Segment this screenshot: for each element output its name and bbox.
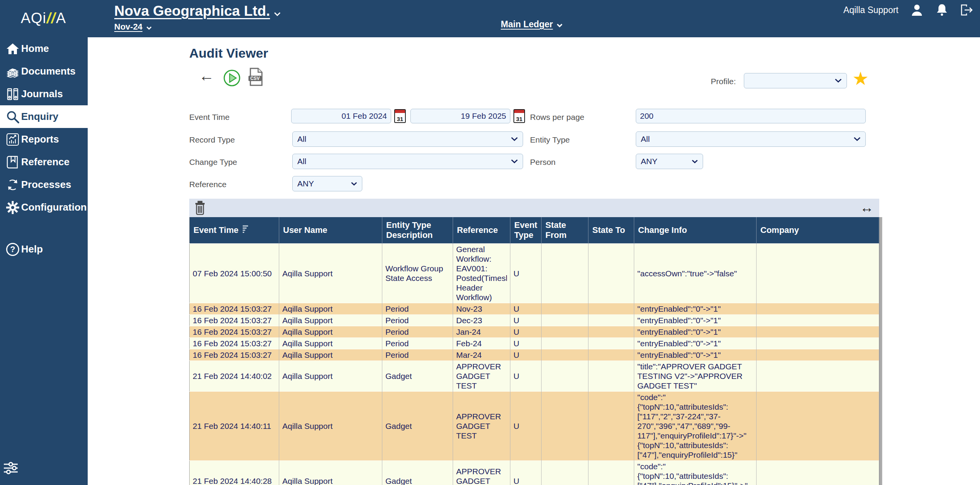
person-label: Person <box>530 158 556 167</box>
sidebar-item-reference[interactable]: Reference <box>0 151 88 173</box>
cell-reference: Jan-24 <box>453 326 510 338</box>
company-name: Nova Geographica Ltd. <box>114 3 270 19</box>
column-label: Entity Type Description <box>386 220 433 240</box>
calendar-body: 31 <box>394 109 406 123</box>
chevron-down-icon <box>511 159 523 164</box>
cell-user-name: Aqilla Support <box>279 461 382 485</box>
filter-sliders-icon[interactable] <box>3 460 20 477</box>
sidebar-item-home[interactable]: Home <box>0 37 88 60</box>
cell-state-to <box>588 244 634 303</box>
cell-event-time: 16 Feb 2024 15:03:27 <box>190 315 279 326</box>
cell-state-from <box>542 461 588 485</box>
sidebar-item-enquiry[interactable]: Enquiry <box>0 105 88 128</box>
cell-change-info: "entryEnabled":"0"->"1" <box>634 326 757 338</box>
calendar-icon[interactable]: 31 <box>513 109 525 123</box>
column-header-user-name[interactable]: User Name <box>279 217 382 244</box>
event-time-to-input[interactable] <box>410 109 510 123</box>
calendar-day: 31 <box>514 116 524 122</box>
column-label: Event Type <box>514 220 537 240</box>
person-select[interactable]: ANY <box>636 154 703 169</box>
company-selector[interactable]: Nova Geographica Ltd. <box>114 3 281 20</box>
cell-reference: Nov-23 <box>453 303 510 315</box>
sidebar-item-label: Reference <box>21 156 70 168</box>
vertical-scrollbar[interactable] <box>879 217 882 485</box>
table-row[interactable]: 21 Feb 2024 14:40:11 Aqilla Support Gadg… <box>190 392 879 461</box>
record-type-select[interactable]: All <box>292 131 523 147</box>
column-header-event-time[interactable]: Event Time <box>190 217 279 244</box>
cell-state-from <box>542 392 588 461</box>
reference-select[interactable]: ANY <box>292 176 362 191</box>
cell-user-name: Aqilla Support <box>279 303 382 315</box>
calendar-icon[interactable]: 31 <box>394 109 406 123</box>
cell-entity-type-description: Gadget <box>382 361 453 392</box>
cell-event-time: 21 Feb 2024 14:40:11 <box>190 392 279 461</box>
cell-change-info: "accessOwn":"true"->"false" <box>634 244 757 303</box>
sidebar-item-documents[interactable]: Documents <box>0 60 88 83</box>
sidebar-item-processes[interactable]: Processes <box>0 173 88 196</box>
period-selector[interactable]: Nov-24 <box>114 22 152 32</box>
cell-event-type: U <box>510 315 542 326</box>
sort-icon <box>242 225 251 236</box>
cell-change-info: "entryEnabled":"0"->"1" <box>634 338 757 349</box>
column-header-company[interactable]: Company <box>757 217 879 244</box>
trash-icon[interactable] <box>193 201 207 217</box>
cell-event-time: 21 Feb 2024 14:40:28 <box>190 461 279 485</box>
back-button[interactable]: ← <box>199 68 214 83</box>
logo-text: AQi <box>21 10 46 26</box>
table-row[interactable]: 16 Feb 2024 15:03:27 Aqilla Support Peri… <box>190 303 879 315</box>
documents-icon <box>5 65 20 78</box>
cell-state-to <box>588 392 634 461</box>
resize-columns-icon[interactable]: ↔ <box>860 199 874 216</box>
notifications-bell-icon[interactable] <box>935 3 948 17</box>
cell-state-to <box>588 326 634 338</box>
chevron-down-icon <box>692 159 703 164</box>
run-play-button[interactable] <box>223 69 241 88</box>
column-header-entity-type-description[interactable]: Entity Type Description <box>382 217 453 244</box>
cell-company <box>757 303 879 315</box>
cell-user-name: Aqilla Support <box>279 326 382 338</box>
table-row[interactable]: 16 Feb 2024 15:03:27 Aqilla Support Peri… <box>190 315 879 326</box>
sidebar-item-configuration[interactable]: Configuration <box>0 196 88 219</box>
chevron-down-icon <box>146 22 152 32</box>
home-icon <box>5 43 20 55</box>
csv-export-icon[interactable]: CSV <box>247 68 264 88</box>
profile-select[interactable] <box>744 73 847 88</box>
column-header-state-from[interactable]: State From <box>542 217 588 244</box>
rows-per-page-input[interactable] <box>636 109 866 123</box>
cell-change-info: "title":"APPROVER GADGET TESTING V2"->"A… <box>634 361 757 392</box>
column-header-event-type[interactable]: Event Type <box>510 217 542 244</box>
sidebar-item-label: Configuration <box>21 201 87 213</box>
user-icon[interactable] <box>910 3 924 17</box>
cell-entity-type-description: Period <box>382 303 453 315</box>
ledger-selector[interactable]: Main Ledger <box>501 19 563 30</box>
cell-reference: APPROVER GADGET TEST <box>453 361 510 392</box>
sidebar-item-help[interactable]: ? Help <box>0 238 88 261</box>
event-time-from-input[interactable] <box>291 109 391 123</box>
table-row[interactable]: 21 Feb 2024 14:40:28 Aqilla Support Gadg… <box>190 461 879 485</box>
cell-change-info: "code":"{"topN":10,"attributesIds":["47"… <box>634 461 757 485</box>
column-header-state-to[interactable]: State To <box>588 217 634 244</box>
cell-event-type: U <box>510 461 542 485</box>
cell-state-from <box>542 244 588 303</box>
table-row[interactable]: 07 Feb 2024 15:00:50 Aqilla Support Work… <box>190 244 879 303</box>
table-row[interactable]: 16 Feb 2024 15:03:27 Aqilla Support Peri… <box>190 349 879 361</box>
column-label: Event Time <box>193 225 238 235</box>
cell-company <box>757 338 879 349</box>
grid-toolbar: ↔ <box>189 199 879 217</box>
column-header-reference[interactable]: Reference <box>453 217 510 244</box>
sidebar-item-reports[interactable]: Reports <box>0 128 88 151</box>
change-type-select[interactable]: All <box>292 154 523 169</box>
entity-type-select[interactable]: All <box>636 131 866 147</box>
table-row[interactable]: 16 Feb 2024 15:03:27 Aqilla Support Peri… <box>190 326 879 338</box>
sidebar-item-label: Help <box>21 243 43 255</box>
user-name[interactable]: Aqilla Support <box>843 5 898 15</box>
table-row[interactable]: 16 Feb 2024 15:03:27 Aqilla Support Peri… <box>190 338 879 349</box>
column-header-change-info[interactable]: Change Info <box>634 217 757 244</box>
change-type-value: All <box>293 157 511 166</box>
favorite-star-icon[interactable]: ★ <box>852 70 869 88</box>
cell-state-to <box>588 338 634 349</box>
logout-icon[interactable] <box>960 3 974 17</box>
sidebar-item-journals[interactable]: Journals <box>0 83 88 105</box>
cell-event-type: U <box>510 303 542 315</box>
table-row[interactable]: 21 Feb 2024 14:40:02 Aqilla Support Gadg… <box>190 361 879 392</box>
